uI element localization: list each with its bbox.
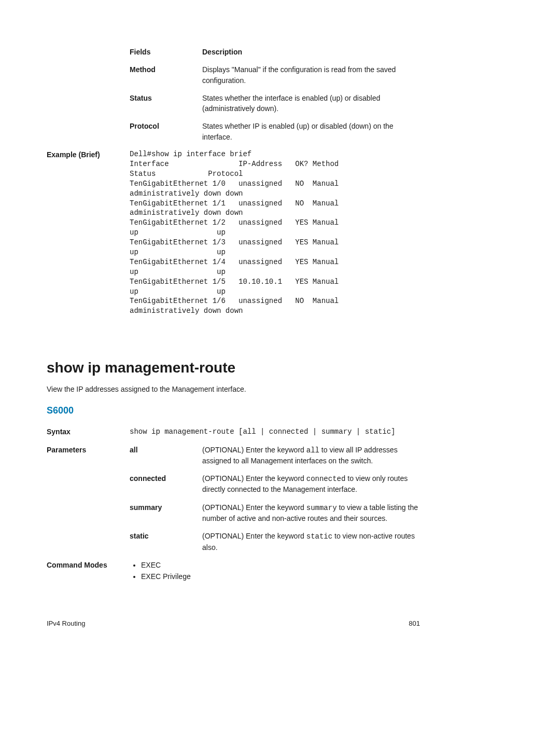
param-row: summary (OPTIONAL) Enter the keyword sum…	[47, 502, 420, 524]
command-title: show ip management-route	[47, 357, 420, 379]
param-desc: (OPTIONAL) Enter the keyword all to view…	[202, 445, 420, 466]
page-footer: IPv4 Routing 801	[47, 619, 420, 629]
param-name: summary	[130, 502, 202, 524]
example-brief: Example (Brief) Dell#show ip interface b…	[47, 149, 420, 316]
param-desc: (OPTIONAL) Enter the keyword static to v…	[202, 531, 420, 553]
field-row: Protocol States whether IP is enabled (u…	[47, 121, 420, 142]
footer-section: IPv4 Routing	[47, 619, 85, 629]
command-mode-item: EXEC	[141, 560, 191, 570]
command-intro: View the IP addresses assigned to the Ma…	[47, 384, 420, 394]
example-code: Dell#show ip interface brief Interface I…	[130, 149, 343, 316]
field-row: Status States whether the interface is e…	[47, 93, 420, 114]
field-label: Status	[130, 93, 202, 114]
field-desc: Displays "Manual" if the configuration i…	[202, 64, 420, 86]
field-desc: States whether IP is enabled (up) or dis…	[202, 121, 420, 142]
param-keyword: connected	[306, 475, 346, 483]
footer-page-number: 801	[409, 619, 420, 629]
example-label: Example (Brief)	[47, 149, 130, 316]
param-row: connected (OPTIONAL) Enter the keyword c…	[47, 473, 420, 495]
field-label: Protocol	[130, 121, 202, 142]
param-desc: (OPTIONAL) Enter the keyword summary to …	[202, 502, 420, 524]
syntax-label: Syntax	[47, 426, 130, 437]
model-heading: S6000	[47, 404, 420, 417]
command-mode-item: EXEC Privilege	[141, 571, 191, 582]
syntax-row: Syntax show ip management-route [all | c…	[47, 426, 420, 437]
param-row: Parameters all (OPTIONAL) Enter the keyw…	[47, 445, 420, 466]
command-modes-row: Command Modes EXEC EXEC Privilege	[47, 560, 420, 583]
param-name: connected	[130, 473, 202, 495]
field-label: Method	[130, 64, 202, 86]
param-desc: (OPTIONAL) Enter the keyword connected t…	[202, 473, 420, 495]
param-keyword: summary	[306, 504, 337, 512]
command-modes-label: Command Modes	[47, 560, 130, 583]
param-name: all	[130, 445, 202, 466]
param-row: static (OPTIONAL) Enter the keyword stat…	[47, 531, 420, 553]
field-desc: States whether the interface is enabled …	[202, 93, 420, 114]
fields-header-label: Fields	[130, 47, 202, 57]
param-name: static	[130, 531, 202, 553]
fields-header-row: Fields Description	[47, 47, 420, 57]
parameters-label: Parameters	[47, 445, 130, 466]
param-keyword: all	[306, 446, 319, 454]
command-modes-list: EXEC EXEC Privilege	[130, 560, 191, 582]
fields-header-desc: Description	[202, 47, 420, 57]
field-row: Method Displays "Manual" if the configur…	[47, 64, 420, 86]
param-keyword: static	[306, 532, 332, 541]
syntax-code: show ip management-route [all | connecte…	[130, 426, 395, 437]
